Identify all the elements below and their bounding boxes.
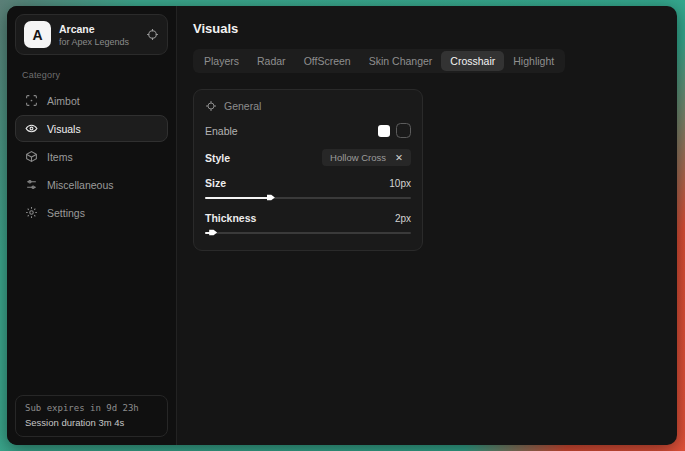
sidebar-item-miscellaneous[interactable]: Miscellaneous	[15, 171, 168, 198]
sidebar-item-aimbot[interactable]: Aimbot	[15, 87, 168, 114]
brand-card: A Arcane for Apex Legends	[15, 14, 168, 55]
size-row: Size 10px	[205, 177, 411, 189]
sliders-icon	[25, 178, 38, 191]
tab-highlight[interactable]: Highlight	[504, 51, 563, 71]
main-content: Visuals Players Radar OffScreen Skin Cha…	[177, 6, 677, 445]
thickness-label: Thickness	[205, 212, 256, 224]
sidebar: A Arcane for Apex Legends Category	[7, 6, 177, 445]
sidebar-item-visuals[interactable]: Visuals	[15, 115, 168, 142]
subscription-info: Sub expires in 9d 23h Session duration 3…	[15, 395, 168, 437]
app-title: Arcane	[59, 23, 138, 35]
app-window: A Arcane for Apex Legends Category	[7, 6, 677, 445]
sidebar-item-label: Settings	[47, 207, 85, 219]
panel-title: General	[224, 100, 261, 112]
sidebar-item-label: Items	[47, 151, 73, 163]
color-swatch[interactable]	[378, 125, 390, 137]
gear-icon	[25, 206, 38, 219]
style-value: Hollow Cross	[330, 152, 386, 163]
tab-radar[interactable]: Radar	[248, 51, 295, 71]
enable-label: Enable	[205, 125, 238, 137]
sidebar-item-label: Visuals	[47, 123, 81, 135]
style-dropdown[interactable]: Hollow Cross ✕	[322, 149, 411, 166]
tab-offscreen[interactable]: OffScreen	[295, 51, 360, 71]
general-crosshair-icon	[205, 100, 217, 112]
clear-icon[interactable]: ✕	[395, 152, 403, 163]
eye-icon	[25, 122, 38, 135]
sub-expiry-text: Sub expires in 9d 23h	[25, 403, 158, 413]
tab-crosshair[interactable]: Crosshair	[441, 51, 504, 71]
tab-skin-changer[interactable]: Skin Changer	[360, 51, 442, 71]
category-label: Category	[22, 70, 161, 80]
sidebar-item-label: Miscellaneous	[47, 179, 114, 191]
thickness-slider[interactable]	[205, 228, 411, 237]
tab-players[interactable]: Players	[195, 51, 248, 71]
target-icon[interactable]	[146, 28, 159, 41]
sidebar-item-label: Aimbot	[47, 95, 80, 107]
size-value: 10px	[389, 178, 411, 189]
enable-checkbox[interactable]	[396, 123, 411, 138]
thickness-row: Thickness 2px	[205, 212, 411, 224]
sidebar-nav: Aimbot Visuals Items	[15, 87, 168, 226]
sidebar-item-settings[interactable]: Settings	[15, 199, 168, 226]
session-duration-text: Session duration 3m 4s	[25, 417, 158, 428]
thickness-slider-thumb[interactable]	[209, 229, 217, 237]
app-subtitle: for Apex Legends	[59, 37, 138, 47]
general-panel: General Enable Style Hollow Cross ✕ Size…	[193, 89, 423, 251]
thickness-value: 2px	[395, 213, 411, 224]
page-title: Visuals	[193, 21, 661, 36]
style-label: Style	[205, 152, 230, 164]
style-row: Style Hollow Cross ✕	[205, 149, 411, 166]
size-slider[interactable]	[205, 193, 411, 202]
enable-row: Enable	[205, 123, 411, 138]
crosshair-icon	[25, 94, 38, 107]
app-logo: A	[24, 21, 51, 48]
sidebar-item-items[interactable]: Items	[15, 143, 168, 170]
size-label: Size	[205, 177, 226, 189]
size-slider-thumb[interactable]	[267, 194, 275, 202]
tabbar: Players Radar OffScreen Skin Changer Cro…	[193, 49, 565, 73]
package-icon	[25, 150, 38, 163]
